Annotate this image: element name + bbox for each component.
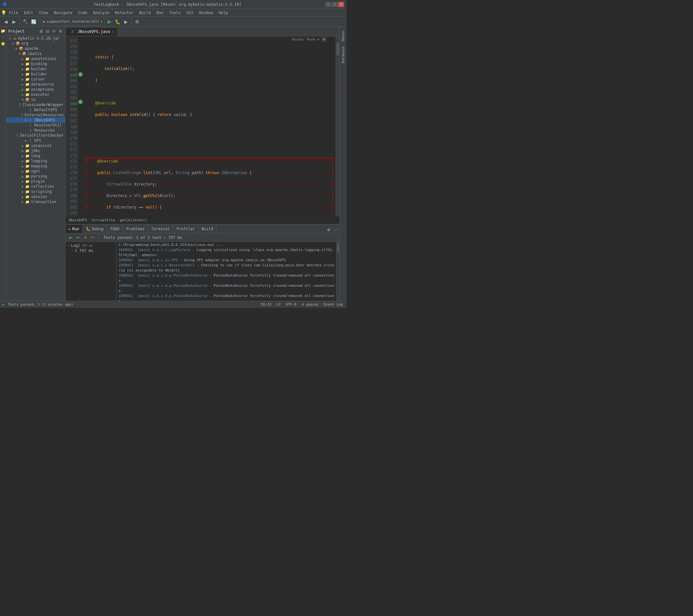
reader-mode-icon[interactable]: ≡ [317, 37, 319, 41]
panel-minimize-btn[interactable]: ─ [333, 227, 339, 233]
menu-edit[interactable]: Edit [21, 10, 36, 16]
menu-code[interactable]: Code [76, 10, 90, 16]
structure-activity-icon[interactable]: ⚡ [0, 35, 6, 40]
menu-view[interactable]: View [36, 10, 51, 16]
favorites-activity-icon[interactable]: ⭐ [0, 41, 6, 47]
tree-item-cache[interactable]: ▶ 📁 builder [6, 72, 65, 77]
lf-indicator[interactable]: LF [275, 302, 282, 306]
tree-item-defaultvfs[interactable]: ▶ C DefaultVFS [6, 107, 65, 113]
indent-indicator[interactable]: 4 spaces [300, 302, 320, 306]
coverage-button[interactable]: ▶ [122, 18, 130, 25]
editor-tab-jboss6vfs[interactable]: J JBoss6VFS.java ✕ [65, 27, 118, 36]
tree-item-scripting[interactable]: ▶ 📁 scripting [6, 189, 65, 194]
project-activity-icon[interactable]: 📁 [0, 28, 6, 34]
tree-item-annotations[interactable]: ▶ 📁 annotations [6, 56, 65, 61]
bottom-tab-build[interactable]: Build [198, 225, 217, 233]
bottom-tab-problems[interactable]: Problems [123, 225, 148, 233]
log-scrollbar[interactable] [336, 242, 339, 301]
tree-item-ibatis[interactable]: ▼ 📦 ibatis [6, 51, 65, 56]
tests-status[interactable]: Tests passed: 1 (2 minutes ago) [7, 302, 75, 306]
maven-tab[interactable]: Maven [340, 28, 346, 44]
bottom-tab-terminal[interactable]: Terminal [148, 225, 173, 233]
tree-item-transaction[interactable]: ▶ 📁 transaction [6, 199, 65, 204]
menu-help[interactable]: Help [216, 10, 231, 16]
test-tree-item-logl[interactable]: ✓ Logl 797 ms [67, 243, 115, 248]
breadcrumb-jboss6vfs[interactable]: JBoss6VFS [68, 218, 87, 222]
test-tree-item-selectall[interactable]: ✓ 1 797 ms [67, 248, 115, 253]
breadcrumb-virtualfile[interactable]: VirtualFile [92, 218, 115, 222]
menu-vcs[interactable]: VCS [184, 10, 196, 16]
settings-button[interactable]: ⚙ [134, 18, 141, 25]
tree-item-exceptions[interactable]: ▶ 📁 exceptions [6, 87, 65, 92]
tree-item-binding[interactable]: ▶ 📁 binding [6, 61, 65, 66]
tree-item-logging[interactable]: ▶ 📁 logging [6, 158, 65, 163]
database-tab[interactable]: Database [340, 44, 346, 66]
tree-item-resolverutil[interactable]: ▶ C ResolverUtil [6, 123, 65, 128]
tree-item-cursor[interactable]: ▶ 📁 cursor [6, 77, 65, 82]
editor-scrollbar[interactable] [336, 36, 339, 217]
tab-close-button[interactable]: ✕ [112, 30, 114, 34]
panel-settings-button[interactable]: ⚙ [58, 28, 63, 34]
expand-all-button[interactable]: ⊞ [38, 28, 44, 34]
menu-file[interactable]: File [6, 10, 21, 16]
tree-item-datasource[interactable]: ▶ 📁 datasource [6, 82, 65, 87]
event-log-indicator[interactable]: Event Log [322, 302, 344, 306]
tree-item-io[interactable]: ▼ 📦 io [6, 97, 65, 102]
tree-item-org[interactable]: ▼ 📦 org [6, 41, 65, 46]
code-editor[interactable]: static { initialize(); } @Override publi… [83, 36, 336, 217]
tree-item-vfs[interactable]: ▶ C VFS [6, 138, 65, 143]
tree-item-session[interactable]: ▶ 📁 session [6, 194, 65, 199]
minimize-button[interactable]: ─ [325, 2, 331, 7]
tree-item-jdbc[interactable]: ▶ 📁 jdbc [6, 148, 65, 153]
menu-window[interactable]: Window [196, 10, 215, 16]
back-button[interactable]: ◀ [2, 18, 9, 25]
tree-item-classloaderwrapper[interactable]: ▶ C ClassLoaderWrapper [6, 102, 65, 107]
tree-item-root[interactable]: ▼ 🗂 mybatis-3.5.10.jar [6, 36, 65, 41]
tree-item-externalresources[interactable]: ▶ C ExternalResources [6, 113, 65, 118]
run-button[interactable]: ▶ [106, 18, 113, 25]
tree-item-serialfilterchecker[interactable]: ▶ C SerialFilterChecker [6, 133, 65, 138]
panel-settings-btn[interactable]: ⚙ [325, 227, 332, 233]
build-button[interactable]: 🔨 [21, 18, 29, 25]
menu-refactor[interactable]: Refactor [113, 10, 136, 16]
maximize-button[interactable]: □ [332, 2, 338, 7]
tree-item-resources[interactable]: ▶ C Resources [6, 128, 65, 133]
line-col-indicator[interactable]: 58:23 [260, 302, 273, 306]
menu-analyze[interactable]: Analyze [91, 10, 112, 16]
run-config-selector[interactable]: ▶ LogbackTest.testSelectAll ▾ [41, 18, 105, 25]
tree-item-jboss6vfs[interactable]: ▼ C JBoss6VFS [6, 118, 65, 123]
reader-mode-close-button[interactable]: ✕ [321, 37, 327, 42]
tree-item-builder[interactable]: ▶ 📁 builder [6, 66, 65, 72]
tree-item-mapping[interactable]: ▶ 📁 mapping [6, 163, 65, 168]
collapse-all-button[interactable]: ⊟ [45, 28, 51, 34]
debug-button[interactable]: 🐛 [114, 18, 122, 25]
sync-button[interactable]: 🔄 [30, 18, 37, 25]
bottom-tab-profiler[interactable]: Profiler [173, 225, 199, 233]
encoding-indicator[interactable]: UTF-8 [284, 302, 298, 306]
rerun-button[interactable]: ↩ [75, 234, 81, 241]
tree-item-executor[interactable]: ▶ 📁 executor [6, 92, 65, 97]
panel-header-icons: ⊞ ⊟ ⟳ ⚙ [38, 28, 63, 34]
tree-item-plugin[interactable]: ▶ 📁 plugin [6, 179, 65, 184]
tree-label-lang: lang [31, 154, 40, 158]
menu-navigate[interactable]: Navigate [52, 10, 75, 16]
stop-button[interactable]: ■ [82, 234, 88, 241]
tree-item-reflection[interactable]: ▶ 📁 reflection [6, 184, 65, 189]
menu-build[interactable]: Build [137, 10, 153, 16]
menu-run[interactable]: Run [154, 10, 166, 16]
tree-item-parsing[interactable]: ▶ 📁 parsing [6, 174, 65, 179]
close-button[interactable]: ✕ [338, 2, 344, 7]
menu-tools[interactable]: Tools [167, 10, 183, 16]
tree-item-lang[interactable]: ▶ 📁 lang [6, 153, 65, 158]
bottom-tab-run[interactable]: ▶ Run [65, 225, 83, 233]
tree-item-ognl[interactable]: ▶ 📁 ognl [6, 168, 65, 174]
bottom-tab-debug[interactable]: 🐛 Debug [83, 225, 107, 233]
forward-button[interactable]: ▶ [10, 18, 18, 25]
autoscroll-button[interactable]: ⟳ [51, 28, 57, 34]
run-again-button[interactable]: ▶ [67, 234, 74, 241]
tree-item-javassist[interactable]: ▶ 📁 javassist [6, 143, 65, 148]
breadcrumb-getchildren[interactable]: getChildren() [120, 218, 147, 222]
tree-item-apache[interactable]: ▼ 📦 apache [6, 46, 65, 51]
bottom-tab-todo[interactable]: TODO [107, 225, 123, 233]
tree-label-classloaderwrapper: ClassLoaderWrapper [22, 102, 64, 107]
